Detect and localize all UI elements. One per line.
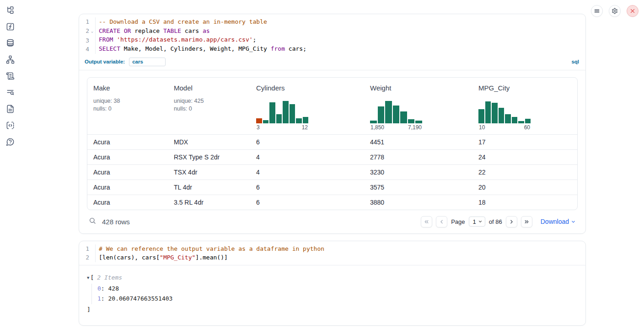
histogram-bar[interactable] — [518, 121, 524, 123]
histogram-bar[interactable] — [415, 121, 422, 123]
histogram-bar[interactable] — [505, 114, 511, 123]
column-header[interactable]: Weight1,8507,190 — [364, 78, 472, 134]
code-line[interactable]: # We can reference the output variable a… — [99, 244, 585, 254]
column-label: Model — [174, 84, 247, 92]
table-cell: Acura — [87, 138, 168, 146]
histogram-bar[interactable] — [525, 119, 531, 123]
prev-page-button[interactable] — [436, 216, 447, 227]
first-page-button[interactable] — [421, 216, 432, 227]
row-count: 428 rows — [102, 218, 130, 226]
line-number: 2 — [79, 253, 95, 262]
table-cell: TSX 4dr — [168, 169, 250, 176]
table-cell: 6 — [250, 184, 364, 191]
table-cell: 3880 — [364, 199, 472, 206]
table-cell: Acura — [87, 184, 168, 191]
line-number: 3 — [79, 36, 95, 45]
histogram-range: 312 — [256, 124, 308, 131]
chevron-down-icon — [478, 219, 483, 224]
table-row[interactable]: Acura3.5 RL 4dr6388018 — [87, 195, 577, 210]
code-line[interactable]: CREATE OR replace TABLE cars as — [99, 26, 585, 36]
menu-button[interactable] — [591, 5, 603, 17]
python-output: ▼ [ 2 Items 0: 4281: 20.060747663551403 … — [79, 265, 585, 325]
table-cell: 3230 — [364, 169, 472, 176]
table-cell: Acura — [87, 199, 168, 206]
histogram-bar[interactable] — [499, 108, 504, 123]
chevrons-left-icon — [424, 219, 429, 225]
data-table: Makeunique: 38nulls: 0Modelunique: 425nu… — [87, 77, 578, 210]
histogram-bar[interactable] — [276, 114, 282, 123]
histogram-bar[interactable] — [408, 119, 415, 123]
file-text-icon[interactable] — [4, 105, 16, 113]
code-lines[interactable]: -- Download a CSV and create an in-memor… — [96, 17, 585, 54]
output-variable-input[interactable] — [129, 58, 166, 66]
table-cell: 22 — [472, 169, 577, 176]
column-histogram[interactable]: 1060 — [478, 100, 531, 131]
histogram-bar[interactable] — [370, 121, 377, 123]
chevron-right-icon — [509, 219, 515, 225]
histogram-bar[interactable] — [400, 111, 407, 123]
table-row[interactable]: AcuraTSX 4dr4323022 — [87, 164, 577, 180]
histogram-bar[interactable] — [296, 118, 302, 123]
table-cell: 6 — [250, 199, 364, 206]
table-row[interactable]: AcuraTL 4dr6357520 — [87, 180, 577, 195]
histogram-bar[interactable] — [290, 104, 295, 123]
network-icon[interactable] — [4, 55, 16, 64]
table-cell: 3575 — [364, 184, 472, 191]
help-bubble-icon[interactable] — [4, 137, 16, 146]
last-page-button[interactable] — [521, 216, 532, 227]
code-line[interactable]: SELECT Make, Model, Cylinders, Weight, M… — [99, 44, 585, 53]
code-snippet-icon[interactable] — [4, 121, 16, 130]
chevron-left-icon — [439, 219, 445, 225]
table-cell: TL 4dr — [168, 184, 250, 191]
column-histogram[interactable]: 1,8507,190 — [370, 100, 422, 131]
column-header[interactable]: Modelunique: 425nulls: 0 — [168, 78, 250, 134]
python-code-editor[interactable]: 12 # We can reference the output variabl… — [79, 241, 585, 265]
table-cell: 20 — [472, 184, 577, 191]
column-header[interactable]: Makeunique: 38nulls: 0 — [87, 78, 168, 134]
list-entry: 1: 20.060747663551403 — [97, 294, 578, 304]
table-cell: RSX Type S 2dr — [168, 153, 250, 161]
function-square-icon[interactable] — [4, 22, 16, 31]
histogram-bar[interactable] — [512, 117, 518, 123]
table-body: AcuraMDX6445117AcuraRSX Type S 2dr427782… — [87, 134, 577, 210]
histogram-bar[interactable] — [269, 102, 275, 123]
download-button[interactable]: Download — [541, 218, 576, 225]
page-select[interactable]: 1 — [469, 217, 485, 227]
list-entry: 0: 428 — [97, 284, 578, 294]
menu-icon — [594, 8, 600, 14]
code-line[interactable]: -- Download a CSV and create an in-memor… — [99, 17, 585, 26]
page-select-value: 1 — [473, 218, 476, 225]
histogram-bar[interactable] — [385, 101, 392, 123]
histogram-bar[interactable] — [263, 120, 269, 123]
histogram-bar[interactable] — [378, 106, 385, 123]
histogram-bar[interactable] — [303, 117, 309, 123]
output-variable-label: Output variable: — [85, 59, 125, 64]
histogram-bar[interactable] — [485, 101, 491, 123]
database-icon[interactable] — [4, 39, 16, 48]
histogram-bar[interactable] — [256, 118, 262, 123]
sql-code-editor[interactable]: 12⌄34 -- Download a CSV and create an in… — [79, 14, 585, 57]
code-line[interactable]: [len(cars), cars["MPG_City"].mean()] — [99, 253, 585, 262]
table-row[interactable]: AcuraRSX Type S 2dr4277824 — [87, 149, 577, 164]
column-header[interactable]: MPG_City1060 — [472, 78, 577, 134]
code-lines[interactable]: # We can reference the output variable a… — [96, 244, 585, 262]
histogram-bar[interactable] — [393, 106, 400, 123]
settings-button[interactable] — [609, 5, 621, 17]
table-row[interactable]: AcuraMDX6445117 — [87, 134, 577, 149]
column-label: MPG_City — [478, 84, 574, 92]
histogram-bar[interactable] — [283, 101, 289, 123]
table-cell: 3.5 RL 4dr — [168, 199, 250, 206]
scroll-icon[interactable] — [4, 72, 16, 80]
file-tree-icon[interactable] — [4, 6, 16, 15]
table-cell: Acura — [87, 169, 168, 176]
collapse-chevron-icon[interactable]: ▼ — [87, 273, 89, 282]
histogram-bar[interactable] — [492, 103, 498, 123]
code-line[interactable]: FROM 'https://datasets.marimo.app/cars.c… — [99, 35, 585, 44]
next-page-button[interactable] — [506, 216, 517, 227]
list-search-icon[interactable] — [4, 88, 16, 97]
histogram-bar[interactable] — [478, 109, 484, 123]
close-button[interactable] — [627, 5, 639, 17]
column-header[interactable]: Cylinders312 — [250, 78, 364, 134]
column-histogram[interactable]: 312 — [256, 100, 308, 131]
search-icon[interactable] — [89, 217, 96, 226]
